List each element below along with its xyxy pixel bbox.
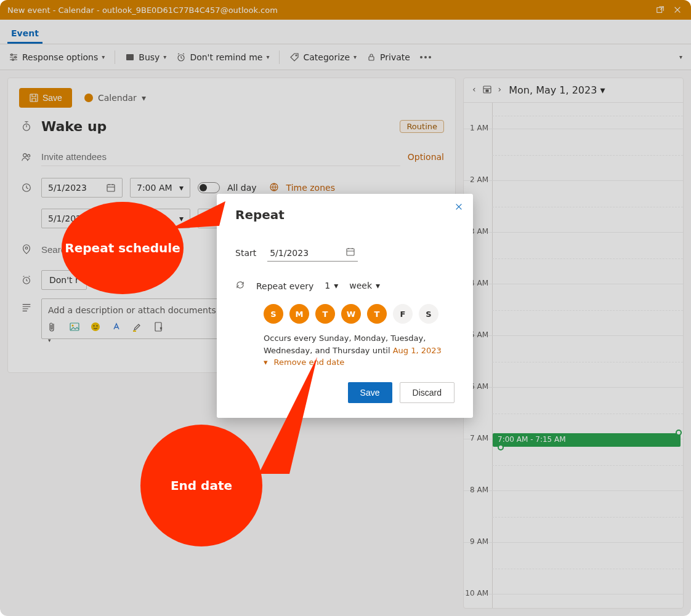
text-format-icon[interactable] bbox=[111, 321, 122, 332]
description-icon bbox=[19, 302, 34, 313]
calendar-event[interactable]: 7:00 AM - 7:15 AM bbox=[493, 433, 681, 447]
hour-row[interactable]: 6 AM bbox=[464, 387, 683, 439]
svg-rect-13 bbox=[107, 185, 115, 191]
calendar-icon bbox=[106, 183, 116, 193]
hour-label: 10 AM bbox=[464, 589, 492, 598]
annotation-end-date: End date bbox=[140, 425, 262, 546]
ribbon-collapse-icon[interactable]: ▾ bbox=[674, 54, 682, 60]
day-pill-1[interactable]: M bbox=[289, 304, 309, 324]
busy-icon bbox=[125, 52, 135, 62]
insert-icon[interactable] bbox=[153, 321, 164, 332]
event-title[interactable]: Wake up bbox=[41, 119, 392, 134]
close-icon[interactable] bbox=[669, 1, 686, 18]
private-button[interactable]: Private bbox=[366, 52, 410, 62]
emoji-icon[interactable] bbox=[90, 321, 101, 332]
dont-remind-button[interactable]: Don't remind me▾ bbox=[176, 52, 269, 62]
hour-row[interactable]: 9 AM bbox=[464, 542, 683, 594]
busy-button[interactable]: Busy▾ bbox=[125, 52, 166, 62]
alarm-icon bbox=[176, 52, 186, 62]
allday-label: All day bbox=[227, 183, 257, 193]
svg-point-20 bbox=[91, 322, 100, 331]
repeat-icon bbox=[235, 280, 245, 292]
optional-link[interactable]: Optional bbox=[408, 152, 444, 162]
globe-icon bbox=[269, 182, 279, 194]
popout-icon[interactable] bbox=[652, 1, 669, 18]
allday-toggle[interactable] bbox=[198, 182, 220, 193]
annotation-repeat-schedule: Repeat schedule bbox=[62, 202, 184, 294]
start-time-input[interactable]: 7:00 AM▾ bbox=[130, 178, 190, 198]
location-icon bbox=[19, 244, 34, 255]
lock-icon bbox=[366, 52, 376, 62]
hour-row[interactable]: 4 AM bbox=[464, 284, 683, 335]
tab-event[interactable]: Event bbox=[7, 23, 42, 44]
hour-row[interactable]: 5 AM bbox=[464, 335, 683, 387]
calendar-chip[interactable]: Calendar ▾ bbox=[84, 93, 146, 103]
next-day-icon[interactable]: › bbox=[498, 84, 502, 96]
repeat-discard-button[interactable]: Discard bbox=[400, 382, 455, 403]
calendar-dot-icon bbox=[84, 94, 93, 102]
calendar-grid[interactable]: 1 AM2 AM3 AM4 AM5 AM6 AM7 AM8 AM9 AM10 A… bbox=[464, 103, 683, 608]
more-icon bbox=[420, 56, 431, 58]
day-pill-6[interactable]: S bbox=[419, 304, 438, 324]
day-selector: SMTWTFS bbox=[264, 304, 455, 324]
people-icon bbox=[19, 151, 34, 162]
highlight-icon[interactable] bbox=[132, 321, 143, 332]
day-pill-3[interactable]: W bbox=[341, 304, 361, 324]
routine-badge[interactable]: Routine bbox=[400, 120, 444, 133]
calendar-icon bbox=[346, 247, 355, 258]
svg-rect-25 bbox=[486, 90, 488, 92]
svg-rect-23 bbox=[155, 322, 161, 331]
day-pill-0[interactable]: S bbox=[264, 304, 283, 324]
image-icon[interactable] bbox=[69, 321, 80, 332]
calendar-date-header[interactable]: Mon, May 1, 2023 ▾ bbox=[509, 84, 605, 96]
calendar-side: ‹ › Mon, May 1, 2023 ▾ 1 AM2 AM3 AM4 AM5… bbox=[463, 78, 684, 609]
save-icon bbox=[29, 93, 39, 103]
hour-label: 7 AM bbox=[464, 434, 492, 442]
sliders-icon bbox=[9, 52, 18, 62]
hour-row[interactable]: 10 AM bbox=[464, 594, 683, 608]
timezones-link[interactable]: Time zones bbox=[286, 183, 335, 193]
hour-label: 8 AM bbox=[464, 486, 492, 494]
svg-marker-28 bbox=[259, 357, 317, 474]
repeat-start-input[interactable]: 5/1/2023 bbox=[267, 244, 358, 262]
window-title: New event - Calendar - outlook_9BE0D61C7… bbox=[7, 6, 652, 15]
prev-day-icon[interactable]: ‹ bbox=[472, 84, 476, 96]
categorize-button[interactable]: Categorize▾ bbox=[289, 52, 357, 62]
hour-row[interactable]: 2 AM bbox=[464, 180, 683, 232]
hour-row[interactable]: 1 AM bbox=[464, 129, 683, 180]
alarm-icon bbox=[19, 274, 34, 286]
ribbon-commands: Response options▾ Busy▾ Don't remind me▾… bbox=[0, 44, 691, 70]
titlebar: New event - Calendar - outlook_9BE0D61C7… bbox=[0, 0, 691, 20]
attach-icon[interactable]: ▾ bbox=[48, 321, 59, 332]
svg-rect-7 bbox=[369, 57, 374, 60]
repeat-unit-select[interactable]: week▾ bbox=[349, 281, 380, 291]
repeat-title: Repeat bbox=[235, 207, 455, 222]
svg-rect-0 bbox=[657, 8, 662, 13]
day-pill-2[interactable]: T bbox=[315, 304, 335, 324]
hour-row[interactable]: 3 AM bbox=[464, 232, 683, 284]
svg-rect-4 bbox=[126, 54, 134, 60]
day-pill-5[interactable]: F bbox=[393, 304, 413, 324]
timer-icon bbox=[19, 121, 34, 132]
svg-point-11 bbox=[28, 154, 30, 157]
invite-attendees-input[interactable] bbox=[41, 148, 400, 166]
close-icon[interactable] bbox=[455, 202, 463, 213]
svg-point-10 bbox=[23, 154, 26, 157]
svg-point-16 bbox=[25, 247, 28, 249]
more-button[interactable] bbox=[420, 56, 431, 58]
svg-rect-8 bbox=[30, 94, 38, 102]
save-button[interactable]: Save bbox=[19, 88, 72, 108]
hour-row[interactable]: 8 AM bbox=[464, 490, 683, 542]
today-icon[interactable] bbox=[482, 84, 492, 96]
svg-point-22 bbox=[97, 326, 98, 327]
hour-label: 9 AM bbox=[464, 537, 492, 546]
response-options-button[interactable]: Response options▾ bbox=[9, 52, 105, 62]
repeat-count-select[interactable]: 1▾ bbox=[325, 281, 338, 291]
day-pill-4[interactable]: T bbox=[367, 304, 387, 324]
repeat-save-button[interactable]: Save bbox=[348, 382, 392, 403]
hour-label: 1 AM bbox=[464, 124, 492, 132]
svg-rect-26 bbox=[347, 249, 354, 255]
hour-label: 2 AM bbox=[464, 175, 492, 184]
start-date-input[interactable]: 5/1/2023 bbox=[41, 178, 123, 198]
svg-point-19 bbox=[72, 325, 74, 327]
